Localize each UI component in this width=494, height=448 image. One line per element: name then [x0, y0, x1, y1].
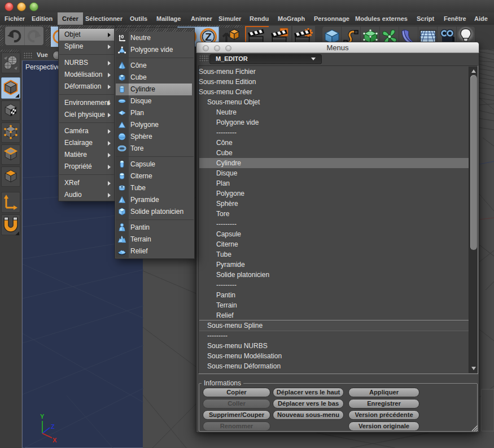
svg-text:Z: Z	[205, 31, 212, 43]
svg-text:Z: Z	[51, 423, 55, 430]
svg-text:X: X	[53, 437, 57, 443]
svg-text:Y: Y	[40, 413, 45, 420]
